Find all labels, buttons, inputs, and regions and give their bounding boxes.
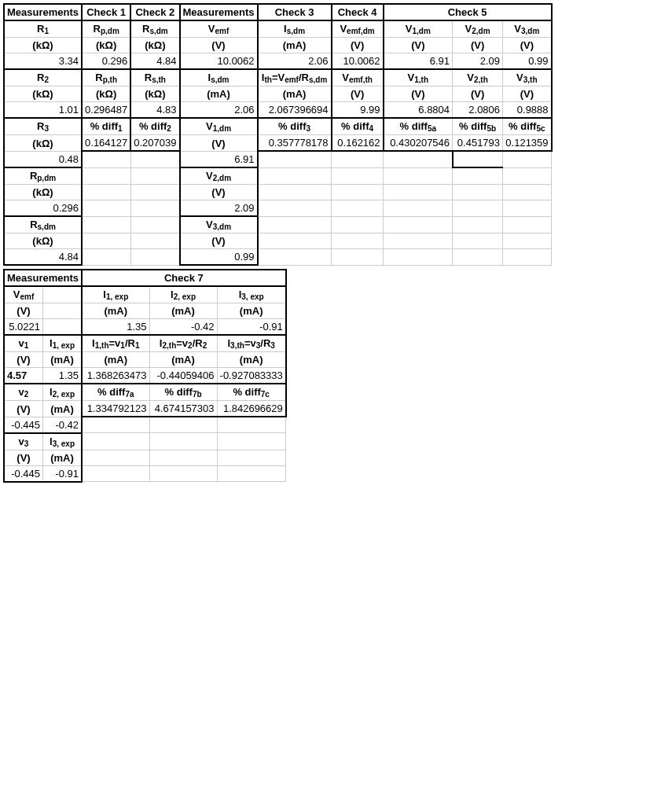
cell <box>82 200 130 217</box>
cell: (V) <box>332 38 384 53</box>
cell <box>130 185 179 200</box>
cell <box>503 200 552 217</box>
table-row: (V) (mA) (mA) (mA) <box>4 303 286 319</box>
cell: 0.99 <box>180 249 258 266</box>
table-row: 1.01 0.296487 4.83 2.06 2.067396694 9.99… <box>4 102 552 119</box>
table-row: 0.296 2.09 <box>4 200 552 217</box>
cell: (V) <box>180 233 258 249</box>
cell: -0.445 <box>4 417 43 433</box>
cell: Rp,th <box>82 69 130 86</box>
cell: 0.296 <box>82 53 130 70</box>
table-row: Vemf I1, exp I2, exp I3, exp <box>4 286 286 303</box>
cell <box>130 151 179 167</box>
cell: 2.06 <box>258 53 332 70</box>
table-row: -0.445 -0.42 <box>4 417 286 433</box>
col-header: Check 1 <box>82 4 130 20</box>
cell: % diff5b <box>453 118 503 135</box>
table-row: 3.34 0.296 4.84 10.0062 2.06 10.0062 6.9… <box>4 53 552 70</box>
cell: 5.0221 <box>4 319 43 336</box>
cell <box>82 233 130 249</box>
cell <box>130 167 179 185</box>
cell: -0.91 <box>217 319 286 336</box>
cell <box>384 249 453 266</box>
cell <box>453 151 503 167</box>
table-row: 0.48 6.91 <box>4 151 552 167</box>
cell: I3, exp <box>217 286 286 303</box>
cell: V2,dm <box>453 20 503 38</box>
cell: (kΩ) <box>4 38 82 53</box>
cell <box>332 185 384 200</box>
cell: (V) <box>503 86 552 102</box>
cell <box>82 433 149 450</box>
cell: (V) <box>180 185 258 200</box>
cell: (kΩ) <box>130 86 179 102</box>
cell: (kΩ) <box>4 185 82 200</box>
cell: (mA) <box>43 352 83 368</box>
cell <box>82 417 149 433</box>
table-row: (kΩ) 0.164127 0.207039 (V) 0.357778178 0… <box>4 135 552 152</box>
cell: (V) <box>384 86 453 102</box>
cell: (V) <box>503 38 552 53</box>
cell: I2, exp <box>43 384 83 401</box>
cell: 0.207039 <box>130 135 179 152</box>
cell: 2.06 <box>180 102 258 119</box>
cell: % diff4 <box>332 118 384 135</box>
cell <box>258 185 332 200</box>
cell: (kΩ) <box>82 38 130 53</box>
cell: V2,th <box>453 69 503 86</box>
cell <box>149 465 217 482</box>
cell <box>82 167 130 185</box>
cell: V3,th <box>503 69 552 86</box>
col-header: Measurements <box>4 4 82 20</box>
cell: 3.34 <box>4 53 82 70</box>
cell: Vemf,dm <box>332 20 384 38</box>
cell: % diff7a <box>82 384 149 401</box>
cell: Vemf <box>180 20 258 38</box>
cell: 2.067396694 <box>258 102 332 119</box>
cell: V1,th <box>384 69 453 86</box>
cell: 6.91 <box>180 151 258 167</box>
cell: (mA) <box>82 303 149 319</box>
cell: -0.927083333 <box>217 368 286 384</box>
table-checks-1-5: Measurements Check 1 Check 2 Measurement… <box>3 3 553 266</box>
col-header: Check 5 <box>384 4 552 20</box>
cell: (mA) <box>180 86 258 102</box>
cell <box>453 167 503 185</box>
cell: % diff7b <box>149 384 217 401</box>
table-row: (V) (mA) (mA) (mA) (mA) <box>4 352 286 368</box>
cell: (V) <box>180 38 258 53</box>
cell <box>384 185 453 200</box>
cell: I2,th=v2/R2 <box>149 335 217 352</box>
cell: R1 <box>4 20 82 38</box>
table-row: Measurements Check 7 <box>4 270 286 286</box>
cell: 4.83 <box>130 102 179 119</box>
cell: (mA) <box>43 401 83 417</box>
table-row: Rs,dm V3,dm <box>4 216 552 233</box>
cell: V1,dm <box>180 118 258 135</box>
cell: 0.296487 <box>82 102 130 119</box>
cell: 4.57 <box>4 368 43 384</box>
cell: 2.09 <box>453 53 503 70</box>
cell: 1.01 <box>4 102 82 119</box>
cell <box>82 249 130 266</box>
cell: (mA) <box>217 303 286 319</box>
cell <box>43 286 83 303</box>
cell: R3 <box>4 118 82 135</box>
table-row: v3 I3, exp <box>4 433 286 450</box>
cell: 0.162162 <box>332 135 384 152</box>
table-row: 5.0221 1.35 -0.42 -0.91 <box>4 319 286 336</box>
cell <box>43 319 83 336</box>
cell: % diff1 <box>82 118 130 135</box>
table-row: 4.84 0.99 <box>4 249 552 266</box>
cell <box>453 185 503 200</box>
cell: (V) <box>4 303 43 319</box>
table-row: (kΩ) (V) <box>4 233 552 249</box>
cell <box>82 185 130 200</box>
table-row: v2 I2, exp % diff7a % diff7b % diff7c <box>4 384 286 401</box>
cell: (V) <box>453 38 503 53</box>
cell <box>384 151 453 167</box>
col-header: Check 4 <box>332 4 384 20</box>
cell: 4.84 <box>130 53 179 70</box>
table-check-7: Measurements Check 7 Vemf I1, exp I2, ex… <box>3 269 287 483</box>
cell: % diff3 <box>258 118 332 135</box>
